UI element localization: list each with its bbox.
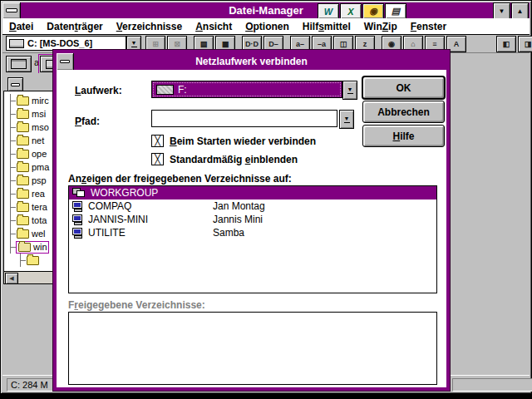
menu-hilfsmittel[interactable]: Hilfsmittel — [296, 21, 357, 32]
laufwerk-dropdown-button[interactable]: ▼ — [342, 81, 357, 100]
minimize-button[interactable]: ▼ — [493, 2, 510, 20]
tree-branch-line — [6, 121, 16, 134]
office-toolbar: WX◉▤ — [318, 3, 406, 19]
servers-label: Anzeigen der freigegebenen Verzeichnisse… — [68, 173, 292, 185]
tree-selection: win — [16, 241, 49, 254]
server-row-compaq[interactable]: COMPAQJan Montag — [69, 200, 436, 213]
server-name: JANNIS-MINI — [88, 214, 148, 225]
show-default-checkbox-row: ╳ Standardmäßig einblenden — [151, 153, 298, 165]
tree-row-win[interactable]: win — [4, 240, 56, 254]
tree-row-wel[interactable]: wel — [4, 227, 56, 240]
folder-icon — [17, 110, 29, 119]
find-file-icon[interactable]: ◉ — [362, 3, 384, 19]
open-folder-icon — [18, 243, 31, 252]
help-button[interactable]: Hilfe — [362, 125, 445, 147]
desktop: Datei-Manager WX◉▤ ▼ ▲ DateiDatenträgerV… — [0, 0, 532, 399]
tree-branch-line — [6, 174, 16, 187]
scroll-left-icon: ◀ — [9, 275, 13, 282]
tree-branch-line — [6, 200, 16, 214]
horizontal-scrollbar[interactable]: ◀ — [4, 271, 56, 283]
tree-branch-line — [6, 147, 16, 160]
maximize-button[interactable]: ▲ — [511, 2, 529, 20]
folder-label: tera — [32, 202, 47, 212]
tree-row-pma[interactable]: pma — [4, 160, 56, 174]
tree-row-tera[interactable]: tera — [4, 200, 56, 214]
tree-row-rea[interactable]: rea — [4, 187, 56, 200]
drive-a-button[interactable] — [6, 56, 32, 72]
dialog-titlebar: Netzlaufwerk verbinden — [57, 53, 446, 70]
dropdown-bar-icon — [131, 47, 137, 47]
computer-icon — [72, 214, 83, 225]
tree-branch-line — [6, 134, 16, 147]
laufwerk-combo-selection: F: — [153, 82, 341, 96]
chevron-down-icon: ▼ — [344, 116, 350, 121]
pfad-dropdown-button[interactable]: ▼ — [339, 110, 354, 129]
connect-network-drive-dialog: Netzlaufwerk verbinden Laufwerk: F: ▼ OK… — [53, 50, 450, 391]
notes-icon[interactable]: ▤ — [385, 3, 406, 19]
tree-row-mirc[interactable]: mirc — [4, 94, 56, 107]
dropdown-bar-icon — [344, 122, 350, 123]
tree-row-net[interactable]: net — [4, 134, 56, 147]
menu-ansicht[interactable]: Ansicht — [189, 21, 239, 32]
control-menu-icon — [11, 83, 20, 86]
folder-icon — [17, 123, 29, 132]
folder-label: ope — [32, 149, 47, 159]
laufwerk-combo-value-box[interactable]: F: — [151, 81, 342, 98]
window-buttons: ▼ ▲ — [492, 2, 529, 20]
server-list[interactable]: WORKGROUPCOMPAQJan MontagJANNIS-MINIJann… — [68, 185, 437, 293]
word-icon[interactable]: W — [318, 3, 339, 19]
shared-directories-list[interactable] — [68, 312, 437, 385]
excel-icon[interactable]: X — [340, 3, 362, 19]
menu-winzip[interactable]: WinZip — [357, 21, 404, 32]
cancel-button[interactable]: Abbrechen — [362, 101, 445, 123]
folder-label: mirc — [32, 96, 49, 106]
tree-row-msi[interactable]: msi — [4, 107, 56, 121]
floppy-drive-icon — [11, 59, 27, 69]
pfad-label: Pfad: — [75, 116, 100, 127]
menu-datei[interactable]: Datei — [2, 21, 40, 32]
reconnect-checkbox[interactable]: ╳ — [151, 135, 164, 147]
pfad-input[interactable] — [151, 110, 337, 127]
show-default-checkbox[interactable]: ╳ — [151, 153, 164, 165]
tree-branch-line — [6, 240, 16, 254]
server-row-workgroup[interactable]: WORKGROUP — [69, 186, 436, 200]
folder-label: rea — [32, 189, 45, 199]
hard-drive-icon — [9, 39, 24, 48]
laufwerk-combo[interactable]: F: ▼ — [151, 81, 357, 100]
laufwerk-label: Laufwerk: — [75, 85, 122, 96]
folder-icon — [17, 203, 29, 212]
drive-a-letter: a — [34, 57, 39, 67]
drive-combo-value: C: [MS-DOS_6] — [27, 38, 92, 48]
server-name: COMPAQ — [88, 200, 131, 212]
folder-icon — [17, 96, 29, 106]
folder-icon — [17, 190, 29, 199]
drive-combo-value-box[interactable]: C: [MS-DOS_6] — [6, 36, 126, 51]
network-drive-icon — [156, 85, 174, 95]
child-window-control-menu-button[interactable] — [7, 77, 23, 91]
folder-icon — [17, 150, 29, 159]
drive-combo[interactable]: C: [MS-DOS_6] ▼ — [6, 36, 141, 51]
folder-label: tota — [32, 215, 47, 225]
toolbar-exit-icon[interactable]: ◨ — [518, 36, 532, 52]
menu-fenster[interactable]: Fenster — [404, 21, 453, 32]
tree-branch-line — [6, 107, 16, 121]
menu-verzeichnisse[interactable]: Verzeichnisse — [110, 21, 189, 32]
tree-row[interactable] — [4, 254, 56, 267]
scroll-left-button[interactable]: ◀ — [5, 273, 18, 284]
tree-row-tota[interactable]: tota — [4, 214, 56, 227]
tree-row-psp[interactable]: psp — [4, 174, 56, 187]
folder-label: msi — [32, 109, 46, 119]
check-icon: ╳ — [155, 154, 160, 164]
folder-icon — [17, 136, 29, 145]
menu-optionen[interactable]: Optionen — [239, 21, 296, 32]
tree-row-mso[interactable]: mso — [4, 121, 56, 134]
server-row-utilite[interactable]: UTILITESamba — [69, 226, 436, 239]
server-row-jannis-mini[interactable]: JANNIS-MINIJannis Mini — [69, 213, 436, 226]
menu-datentraeger[interactable]: Datenträger — [40, 21, 109, 32]
tree-branch-line — [6, 227, 16, 240]
ok-button[interactable]: OK — [362, 76, 445, 99]
tree-row-ope[interactable]: ope — [4, 147, 56, 160]
tree-branch-line — [6, 214, 16, 227]
computer-icon — [72, 201, 83, 212]
toolbar-new-window-icon[interactable]: ◧ — [496, 36, 516, 52]
